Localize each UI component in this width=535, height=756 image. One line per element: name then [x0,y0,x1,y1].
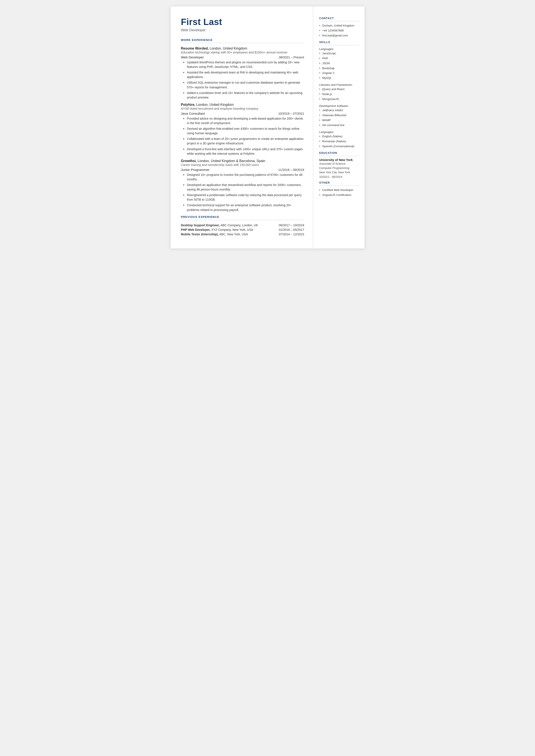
prev-exp-bold-2: Mobile Tester (Internship), [181,233,219,236]
prev-exp-left-2: Mobile Tester (Internship), ABC, New Yor… [181,233,248,236]
skill-dev-2: MAMP [319,118,359,123]
previous-experience-table: Desktop Support Engineer, ABC Company, L… [181,223,304,236]
skill-lib-2: MongooseJS. [319,97,359,101]
job-bullets-junior: Designed 10+ programs to monitor the pur… [183,173,304,212]
contact-section: CONTACT Durham, United Kingdom +44 12345… [319,17,359,38]
job-dates-junior: 11/2018 – 09/2019 [278,168,304,172]
bullet-junior-2: Developed an application that streamline… [183,183,304,192]
job-dates-java: 10/2019 – 07/2021 [278,112,304,115]
skill-dev-1: Atlassian Bitbucket [319,113,359,118]
employer-name-polyhire: Polyhire, London, United Kingdom [181,103,304,107]
previous-experience-section: PREVIOUS EXPERIENCE Desktop Support Engi… [181,215,304,236]
skill-lang-1: PHP [319,56,359,61]
job-title-webdev: Web Developer [181,55,204,59]
previous-experience-title: PREVIOUS EXPERIENCE [181,215,304,218]
edu-dates-0: 10/2011 - 06/2014 [319,175,359,179]
prev-exp-row-0: Desktop Support Engineer, ABC Company, L… [181,223,304,227]
bullet-java-4: Developed a front-line web interface wit… [183,147,304,156]
edu-field-0: Computer Programming [319,166,359,170]
skill-lang-4: Angular 2 [319,71,359,75]
skills-lang2-label: Languages: [319,130,359,134]
bullet-webdev-1: Updated WordPress themes and plugins on … [183,60,304,69]
main-column: First Last Web Developer WORK EXPERIENCE… [171,7,313,248]
skill-dev-3: Git command line [319,123,359,127]
skill-lang-2: JSON [319,61,359,66]
skills-lang2-list: English (Native) Romanian (Native) Spani… [319,134,359,149]
employer-desc-resumeworded: Education technology startup with 50+ em… [181,51,304,54]
bullet-junior-4: Conducted technical support for an enter… [183,203,304,212]
skills-title: SKILLS [319,41,359,44]
bullet-webdev-4: Added a countdown timer and 10+ features… [183,91,304,100]
other-list: Certified Web Developer AngularJS Certif… [319,188,359,197]
bullet-webdev-2: Assisted the web development team at RW … [183,70,304,79]
skill-lang-0: JavaScript, [319,51,359,56]
job-bullets-java: Provided advice on designing and develop… [183,116,304,156]
bullet-java-1: Provided advice on designing and develop… [183,116,304,126]
prev-exp-dates-2: 07/2014 – 12/2015 [279,233,304,236]
other-section: OTHER Certified Web Developer AngularJS … [319,181,359,197]
prev-exp-rest-2: ABC, New York, USA [218,233,248,236]
skills-languages-list: JavaScript, PHP JSON Bootstrap Angular 2… [319,51,359,80]
employer-bold-resumeworded: Resume Worded, [181,46,209,50]
contact-item-2: first.last@gmail.com [319,33,359,38]
skill-lib-1: Node.js [319,92,359,96]
job-row-junior: Junior Programmer 11/2018 – 09/2019 [181,168,304,172]
skill-lib-0: jQuery and React [319,87,359,91]
other-title: OTHER [319,181,359,184]
employer-rest-polyhire: London, United Kingdom [195,103,234,106]
prev-exp-row-2: Mobile Tester (Internship), ABC, New Yor… [181,233,304,236]
education-divider [319,156,359,156]
employer-rest-growthsi: London, United Kingdom & Barcelona, Spai… [197,159,266,163]
skills-languages-label: Languages: [319,47,359,51]
skill-lang-3: Bootstrap [319,66,359,70]
skills-dev-label: Development Software: [319,104,359,107]
skill-lang-5: MySQL [319,76,359,80]
edu-location-0: New York City, New York [319,170,359,175]
work-experience-section: WORK EXPERIENCE Resume Worded, London, U… [181,38,304,212]
name-title-block: First Last Web Developer [181,17,304,32]
skill-lang2-0: English (Native) [319,134,359,139]
prev-exp-row-1: PHP Web Developer, XYZ Company, New York… [181,228,304,232]
job-dates-webdev: 08/2021 – Present [279,56,304,59]
previous-experience-divider [181,220,304,220]
employer-desc-polyhire: NYSE-listed recruitment and employer bra… [181,107,304,110]
contact-item-1: +44 1234567890 [319,28,359,33]
employer-block-polyhire: Polyhire, London, United Kingdom NYSE-li… [181,103,304,156]
prev-exp-bold-0: Desktop Support Engineer, [181,223,220,227]
prev-exp-bold-1: PHP Web Developer, [181,228,211,232]
skill-dev-0: JetBrains IntelliJ [319,108,359,113]
prev-exp-left-1: PHP Web Developer, XYZ Company, New York… [181,228,253,232]
prev-exp-dates-1: 01/2016 – 05/2017 [279,228,304,232]
prev-exp-rest-1: XYZ Company, New York, USA [211,228,253,232]
employer-bold-growthsi: Growthsi, [181,159,197,163]
prev-exp-dates-0: 06/2017 – 10/2018 [279,223,304,227]
work-experience-title: WORK EXPERIENCE [181,38,304,42]
education-title: EDUCATION [319,152,359,154]
employer-name-resumeworded: Resume Worded, London, United Kingdom [181,46,304,50]
work-experience-divider [181,43,304,43]
education-section: EDUCATION University of New York Associa… [319,152,359,179]
bullet-junior-1: Designed 10+ programs to monitor the pur… [183,173,304,182]
bullet-webdev-3: Utilized SQL enterprise manager to run a… [183,80,304,90]
job-row-webdev: Web Developer 08/2021 – Present [181,55,304,59]
contact-item-0: Durham, United Kingdom [319,23,359,28]
skills-dev-list: JetBrains IntelliJ Atlassian Bitbucket M… [319,108,359,127]
employer-rest-resumeworded: London, United Kingdom [209,46,247,50]
edu-institution-0: University of New York [319,158,359,162]
sidebar-column: CONTACT Durham, United Kingdom +44 12345… [313,7,365,248]
skill-lang2-1: Romanian (Native) [319,139,359,144]
bullet-java-3: Collaborated with a team of 20+ junior p… [183,137,304,146]
employer-name-growthsi: Growthsi, London, United Kingdom & Barce… [181,159,304,163]
skill-lang2-2: Spanish (Conversational) [319,144,359,149]
employer-block-resumeworded: Resume Worded, London, United Kingdom Ed… [181,46,304,100]
prev-exp-rest-0: ABC Company, London, UK [220,223,258,227]
resume-name: First Last [181,17,304,27]
employer-block-growthsi: Growthsi, London, United Kingdom & Barce… [181,159,304,212]
bullet-java-2: Devised an algorithm that enabled over 4… [183,126,304,136]
job-title-junior: Junior Programmer [181,168,210,172]
resume-page: First Last Web Developer WORK EXPERIENCE… [171,7,365,248]
prev-exp-left-0: Desktop Support Engineer, ABC Company, L… [181,223,258,227]
employer-desc-growthsi: Career training and membership SaaS with… [181,163,304,167]
edu-degree-0: Associate of Science [319,162,359,166]
resume-subtitle: Web Developer [181,28,304,32]
